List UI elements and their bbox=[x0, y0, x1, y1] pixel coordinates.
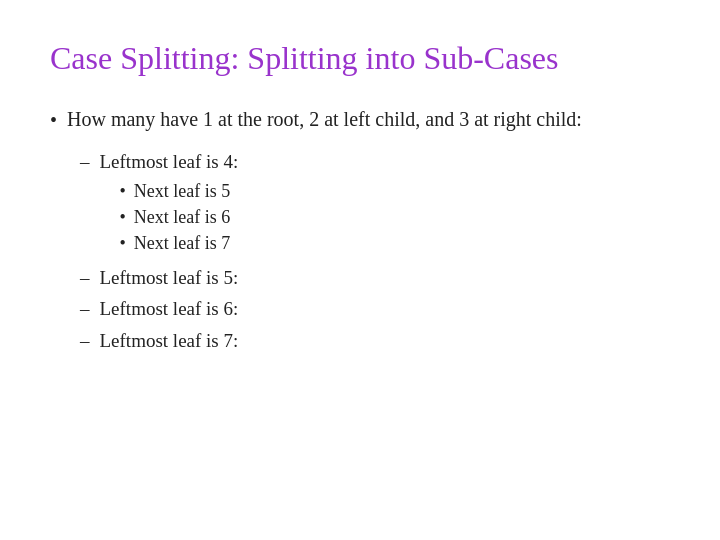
dash-item-1: – Leftmost leaf is 5: bbox=[80, 264, 670, 292]
nested-bullet-0-0: • Next leaf is 5 bbox=[120, 178, 239, 204]
slide-title: Case Splitting: Splitting into Sub-Cases bbox=[50, 40, 670, 77]
main-bullet-text: How many have 1 at the root, 2 at left c… bbox=[67, 105, 582, 133]
sub-list: – Leftmost leaf is 4: • Next leaf is 5 •… bbox=[80, 148, 670, 356]
nested-bullet-0-2: • Next leaf is 7 bbox=[120, 230, 239, 256]
slide: Case Splitting: Splitting into Sub-Cases… bbox=[0, 0, 720, 540]
dash-item-0-content: Leftmost leaf is 4: • Next leaf is 5 • N… bbox=[100, 148, 239, 260]
slide-content: • How many have 1 at the root, 2 at left… bbox=[50, 105, 670, 356]
dash-item-3: – Leftmost leaf is 7: bbox=[80, 327, 670, 355]
dash-symbol-0: – bbox=[80, 148, 90, 176]
main-bullet: • How many have 1 at the root, 2 at left… bbox=[50, 105, 670, 134]
dash-item-1-label: Leftmost leaf is 5: bbox=[100, 264, 239, 292]
nested-bullet-text-0-1: Next leaf is 6 bbox=[134, 204, 230, 230]
dash-item-2: – Leftmost leaf is 6: bbox=[80, 295, 670, 323]
dash-item-2-label: Leftmost leaf is 6: bbox=[100, 295, 239, 323]
nested-bullet-symbol-0-1: • bbox=[120, 204, 126, 230]
dash-item-0-label: Leftmost leaf is 4: bbox=[100, 151, 239, 172]
dash-symbol-1: – bbox=[80, 264, 90, 292]
dash-item-3-label: Leftmost leaf is 7: bbox=[100, 327, 239, 355]
nested-bullet-0-1: • Next leaf is 6 bbox=[120, 204, 239, 230]
nested-bullet-text-0-2: Next leaf is 7 bbox=[134, 230, 230, 256]
dash-symbol-2: – bbox=[80, 295, 90, 323]
nested-bullet-symbol-0-0: • bbox=[120, 178, 126, 204]
dash-item-0: – Leftmost leaf is 4: • Next leaf is 5 •… bbox=[80, 148, 670, 260]
nested-bullet-text-0-0: Next leaf is 5 bbox=[134, 178, 230, 204]
main-bullet-symbol: • bbox=[50, 106, 57, 134]
nested-bullets-0: • Next leaf is 5 • Next leaf is 6 • Next… bbox=[120, 178, 239, 256]
nested-bullet-symbol-0-2: • bbox=[120, 230, 126, 256]
dash-symbol-3: – bbox=[80, 327, 90, 355]
